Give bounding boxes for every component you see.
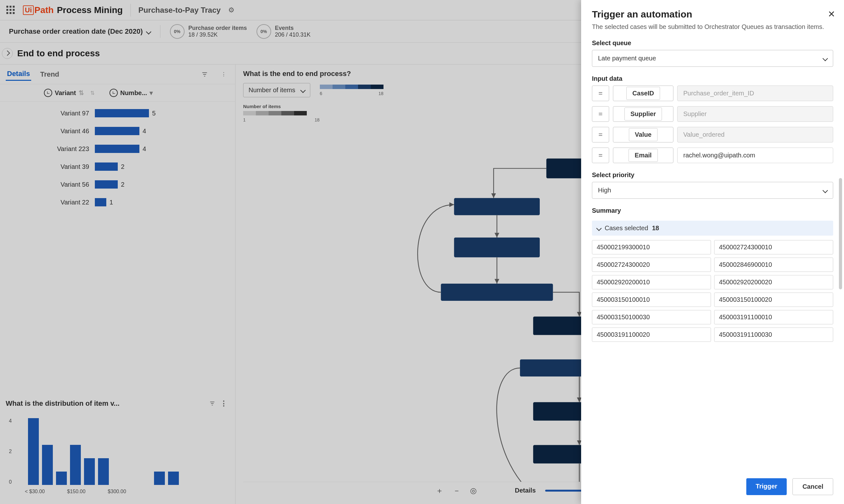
- close-button[interactable]: ✕: [828, 9, 835, 19]
- input-value[interactable]: Purchase_order_item_ID: [677, 86, 833, 101]
- trigger-button[interactable]: Trigger: [746, 478, 787, 495]
- case-chip[interactable]: 450003150100030: [592, 310, 711, 324]
- panel-description: The selected cases will be submitted to …: [592, 22, 833, 31]
- summary-label: Summary: [592, 207, 833, 214]
- cases-selected-toggle[interactable]: Cases selected 18: [592, 221, 833, 236]
- case-chip[interactable]: 450002724300010: [714, 240, 833, 254]
- cases-count: 18: [652, 224, 659, 232]
- case-chip[interactable]: 450003191100010: [714, 310, 833, 324]
- queue-value: Late payment queue: [598, 55, 656, 62]
- equals-operator[interactable]: =: [592, 106, 609, 122]
- cases-label: Cases selected: [605, 224, 648, 232]
- case-chip[interactable]: 450002199300010: [592, 240, 711, 254]
- case-chip[interactable]: 450002724300020: [592, 257, 711, 272]
- chevron-down-icon: [597, 224, 601, 232]
- input-row: = CaseID Purchase_order_item_ID: [592, 86, 833, 101]
- priority-label: Select priority: [592, 172, 833, 179]
- input-key[interactable]: Value: [613, 127, 673, 142]
- scrollbar[interactable]: [839, 178, 842, 289]
- cancel-button[interactable]: Cancel: [792, 478, 833, 495]
- case-chip[interactable]: 450003150100010: [592, 292, 711, 307]
- input-row: = Email rachel.wong@uipath.com: [592, 147, 833, 163]
- case-chip[interactable]: 450002920200010: [592, 275, 711, 289]
- input-row: = Value Value_ordered: [592, 127, 833, 142]
- input-key[interactable]: CaseID: [613, 86, 673, 101]
- queue-select[interactable]: Late payment queue: [592, 50, 833, 67]
- case-chip[interactable]: 450003150100020: [714, 292, 833, 307]
- queue-label: Select queue: [592, 39, 833, 47]
- input-value[interactable]: Supplier: [677, 106, 833, 122]
- chevron-down-icon: [823, 55, 827, 62]
- input-key[interactable]: Supplier: [613, 106, 673, 122]
- input-row: = Supplier Supplier: [592, 106, 833, 122]
- panel-title: Trigger an automation: [592, 9, 833, 20]
- input-key[interactable]: Email: [613, 147, 673, 163]
- cases-grid: 4500021993000104500027243000104500027243…: [592, 240, 833, 342]
- input-data-label: Input data: [592, 75, 833, 82]
- equals-operator[interactable]: =: [592, 147, 609, 163]
- case-chip[interactable]: 450002920200020: [714, 275, 833, 289]
- automation-panel: Trigger an automation ✕ The selected cas…: [581, 0, 844, 504]
- equals-operator[interactable]: =: [592, 127, 609, 142]
- case-chip[interactable]: 450003191100020: [592, 327, 711, 342]
- chevron-down-icon: [823, 187, 827, 194]
- input-value[interactable]: Value_ordered: [677, 127, 833, 142]
- input-grid: = CaseID Purchase_order_item_ID= Supplie…: [592, 86, 833, 163]
- case-chip[interactable]: 450002846900010: [714, 257, 833, 272]
- equals-operator[interactable]: =: [592, 86, 609, 101]
- case-chip[interactable]: 450003191100030: [714, 327, 833, 342]
- input-value[interactable]: rachel.wong@uipath.com: [677, 147, 833, 163]
- priority-value: High: [598, 187, 611, 194]
- priority-select[interactable]: High: [592, 182, 833, 199]
